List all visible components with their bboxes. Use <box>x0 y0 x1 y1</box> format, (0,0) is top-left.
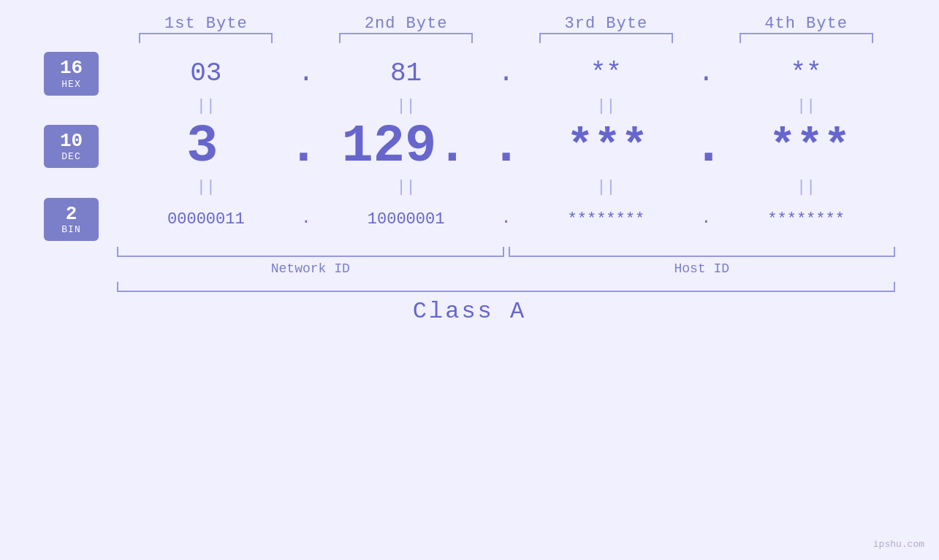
bin-dot2: . <box>495 211 517 227</box>
bracket-byte1 <box>139 33 273 43</box>
hex-dot2: . <box>495 61 517 87</box>
dec-badge: 10 DEC <box>44 125 99 169</box>
class-label: Class A <box>413 298 526 325</box>
hex-byte2: 81 <box>317 58 495 88</box>
dec-byte2: 129. <box>319 117 490 177</box>
bin-byte1: 00000011 <box>117 210 295 229</box>
hex-byte3: ** <box>517 58 696 88</box>
dec-byte1: 3 <box>117 117 288 177</box>
byte3-header: 3rd Byte <box>517 15 696 33</box>
bin-byte2: 10000001 <box>317 210 495 229</box>
main-container: 1st Byte 2nd Byte 3rd Byte 4th Byte <box>0 0 939 560</box>
eq1-b1: || <box>117 97 295 115</box>
hex-dot1: . <box>295 61 317 87</box>
dec-byte4: *** <box>724 120 895 172</box>
hex-badge: 16 HEX <box>44 52 99 96</box>
bracket-byte4 <box>740 33 873 43</box>
network-id-label: Network ID <box>117 261 504 276</box>
top-brackets-row <box>44 33 895 43</box>
eq2-b3: || <box>517 178 696 196</box>
bin-badge: 2 BIN <box>44 198 99 242</box>
network-id-bracket <box>117 247 504 257</box>
bin-row: 2 BIN 00000011 . 10000001 . ******** . *… <box>44 198 895 242</box>
byte-headers-row: 1st Byte 2nd Byte 3rd Byte 4th Byte <box>44 15 895 33</box>
eq1-b2: || <box>317 97 495 115</box>
host-id-bracket <box>509 247 896 257</box>
dec-dot2: . <box>490 117 522 177</box>
dec-row: 10 DEC 3 . 129. . *** . *** <box>44 117 895 177</box>
byte1-header: 1st Byte <box>117 15 295 33</box>
eq1-b3: || <box>517 97 696 115</box>
eq2-b1: || <box>117 178 295 196</box>
eq1-b4: || <box>717 97 895 115</box>
dec-dot3: . <box>693 117 724 177</box>
hex-byte4: ** <box>717 58 895 88</box>
dec-dot1: . <box>288 117 319 177</box>
outer-bracket-row <box>44 282 895 292</box>
equals-row-2: || || || || <box>44 178 895 196</box>
hex-byte1: 03 <box>117 58 295 88</box>
bin-dot1: . <box>295 211 317 227</box>
class-row: Class A <box>44 298 895 325</box>
bracket-byte3 <box>539 33 673 43</box>
host-id-label: Host ID <box>509 261 896 276</box>
id-labels-row: Network ID Host ID <box>44 261 895 276</box>
dec-byte3: *** <box>522 120 693 172</box>
hex-dot3: . <box>695 61 717 87</box>
eq2-b2: || <box>317 178 495 196</box>
equals-row-1: || || || || <box>44 97 895 115</box>
bracket-byte2 <box>339 33 473 43</box>
byte2-header: 2nd Byte <box>317 15 495 33</box>
hex-row: 16 HEX 03 . 81 . ** . ** <box>44 52 895 96</box>
watermark: ipshu.com <box>873 539 924 550</box>
bin-byte4: ******** <box>717 210 895 229</box>
eq2-b4: || <box>717 178 895 196</box>
byte4-header: 4th Byte <box>717 15 895 33</box>
bin-dot3: . <box>695 211 717 227</box>
bin-byte3: ******** <box>517 210 696 229</box>
outer-bracket <box>117 282 895 292</box>
bottom-brackets-row <box>44 247 895 257</box>
